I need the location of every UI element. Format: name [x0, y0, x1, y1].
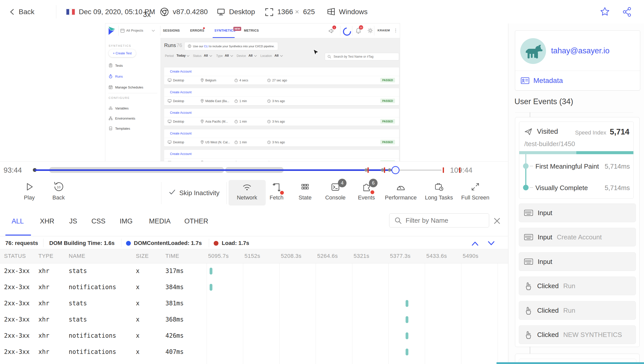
settings-gear-icon[interactable]	[367, 28, 373, 33]
run-card[interactable]: Create Account Desktop Middle East (Ba..…	[164, 88, 399, 105]
network-request-row[interactable]: 2xx-3xx xhr notifications x 407ms	[0, 344, 508, 360]
avatar-animal-icon	[520, 38, 546, 64]
sidebar-item-templates[interactable]: Templates	[109, 126, 130, 130]
run-card[interactable]: Create Account Desktop Belgium 4 secs 27…	[164, 67, 399, 84]
tab-errors[interactable]: ERRORS	[190, 29, 204, 32]
sidebar-item-tests[interactable]: Tests	[109, 63, 123, 67]
user-event-click[interactable]: Clicked Run	[519, 301, 636, 320]
user-event-click[interactable]: Clicked Run	[519, 277, 636, 295]
network-request-row[interactable]: 2xx-3xx xhr notifications x 384ms	[0, 279, 508, 295]
user-event-input[interactable]: Input	[519, 203, 636, 222]
player-timeline: 93:44 109:44	[0, 161, 508, 178]
create-test-button[interactable]: + Create Test	[109, 49, 136, 57]
run-name[interactable]: Create Account	[164, 88, 399, 97]
filter-period-value[interactable]: Today	[177, 54, 186, 57]
notifications-badge: 33	[359, 25, 363, 30]
filter-by-name-input[interactable]	[405, 216, 482, 225]
back-button[interactable]: Back	[19, 8, 34, 16]
jump-previous-icon[interactable]	[469, 240, 481, 247]
visited-event-card[interactable]: Visited Speed Index 5,714 /test-builder/…	[519, 122, 634, 199]
player-controls: Play 10 Back 3x Skip Inactivity Network …	[0, 178, 508, 208]
long-tasks-panel-button[interactable]: Long Tasks	[424, 181, 454, 201]
visited-url[interactable]: /test-builder/1450	[524, 140, 575, 148]
back-10s-button[interactable]: 10 Back	[43, 181, 74, 201]
network-tab-all[interactable]: ALL	[12, 217, 24, 225]
error-marker[interactable]	[443, 167, 444, 173]
network-request-row[interactable]: 2xx-3xx xhr stats x 317ms	[0, 263, 508, 279]
playhead-handle[interactable]	[391, 166, 400, 174]
events-panel-button[interactable]: Events 6	[351, 181, 382, 201]
run-name[interactable]: Create Account	[164, 67, 399, 76]
performance-panel-button[interactable]: Performance	[383, 181, 418, 201]
state-grid-icon	[300, 181, 311, 192]
run-device: Desktop	[173, 141, 184, 144]
user-event-input[interactable]: Input Create Account	[519, 228, 636, 246]
tab-synthetics[interactable]: SYNTHETICS	[214, 29, 235, 32]
sidebar-item-variables[interactable]: Variables	[109, 106, 129, 110]
jump-next-icon[interactable]	[485, 240, 497, 247]
network-tab-js[interactable]: JS	[69, 217, 77, 225]
waterfall-bar	[210, 284, 212, 291]
network-request-row[interactable]: 2xx-3xx xhr stats x 381ms	[0, 295, 508, 311]
network-request-row[interactable]: 2xx-3xx xhr stats x 368ms	[0, 311, 508, 328]
user-email[interactable]: tahay@asayer.io	[551, 46, 609, 55]
search-icon	[328, 55, 331, 58]
state-panel-button[interactable]: State	[290, 181, 320, 201]
run-card[interactable]: Create Account Desktop Canada (Central) …	[164, 150, 399, 161]
run-name[interactable]: Create Account	[164, 109, 399, 117]
close-panel-icon[interactable]	[493, 217, 501, 225]
user-menu[interactable]: KRAIEM	[378, 29, 390, 32]
user-event-input[interactable]: Input	[519, 252, 636, 271]
back-chevron-icon[interactable]	[9, 9, 16, 15]
run-card[interactable]: Create Account Desktop Asia Pacific (M..…	[164, 109, 399, 126]
event-value: Run	[563, 307, 575, 314]
errors-alert-dot	[203, 27, 205, 29]
network-tab-other[interactable]: OTHER	[184, 217, 208, 225]
full-screen-button[interactable]: Full Screen	[458, 181, 493, 201]
network-tab-css[interactable]: CSS	[91, 217, 106, 225]
run-name[interactable]: Create Account	[164, 150, 399, 158]
play-button[interactable]: Play	[14, 181, 44, 201]
event-dot[interactable]	[388, 168, 391, 172]
timeline-progress-track[interactable]	[35, 169, 395, 171]
keyboard-icon	[524, 258, 533, 265]
metadata-row[interactable]: Metadata	[521, 77, 563, 85]
filter-status-value[interactable]: All	[204, 54, 208, 57]
sidebar-item-runs[interactable]: Runs	[109, 74, 123, 78]
skip-inactivity-toggle[interactable]: Skip Inactivity	[179, 189, 219, 197]
console-panel-button[interactable]: Console 4	[320, 181, 351, 201]
tab-sessions[interactable]: SESSIONS	[163, 29, 180, 32]
cli-link[interactable]: CLI	[204, 45, 208, 48]
network-request-row[interactable]: 2xx-3xx xhr notifications x 426ms	[0, 328, 508, 344]
sidebar-item-schedules[interactable]: Manage Schedules	[109, 85, 143, 89]
sidebar-item-environments[interactable]: Environments	[109, 116, 135, 120]
filter-type-value[interactable]: All	[225, 54, 229, 57]
fmp-dash	[530, 166, 533, 166]
network-panel-button[interactable]: Network	[229, 180, 266, 206]
error-marker[interactable]	[367, 167, 369, 173]
filter-device-value[interactable]: All	[249, 54, 253, 57]
more-menu-icon[interactable]: ⋮	[393, 28, 398, 33]
fetch-panel-button[interactable]: Fetch	[261, 181, 292, 201]
network-tab-xhr[interactable]: XHR	[40, 217, 54, 225]
col-name: NAME	[69, 253, 85, 259]
timeline-remaining-track[interactable]	[395, 170, 441, 171]
network-panel: ALL XHR JS CSS IMG MEDIA OTHER 76: reque…	[0, 208, 508, 364]
project-selector[interactable]: All Projects	[126, 29, 143, 32]
visited-label: Visited	[537, 127, 558, 135]
run-ago: 3 hrs ago	[272, 141, 285, 144]
run-name[interactable]: Create Account	[164, 129, 399, 138]
error-marker[interactable]	[384, 167, 385, 173]
network-tab-media[interactable]: MEDIA	[149, 217, 171, 225]
favorite-star-icon[interactable]	[600, 7, 610, 17]
speed-toggle[interactable]: 3x	[143, 10, 151, 19]
share-icon[interactable]	[622, 7, 632, 17]
run-card[interactable]: Create Account Desktop US West (N. Cal..…	[164, 129, 399, 146]
run-location: Asia Pacific (M...	[205, 120, 228, 123]
tab-metrics[interactable]: METRICS	[244, 29, 259, 32]
user-event-click[interactable]: Clicked NEW SYNTHETICS	[519, 325, 636, 344]
filter-location-value[interactable]: All	[275, 54, 279, 57]
network-tab-img[interactable]: IMG	[120, 217, 133, 225]
runs-search-input[interactable]	[333, 55, 396, 59]
event-type: Clicked	[537, 331, 559, 339]
